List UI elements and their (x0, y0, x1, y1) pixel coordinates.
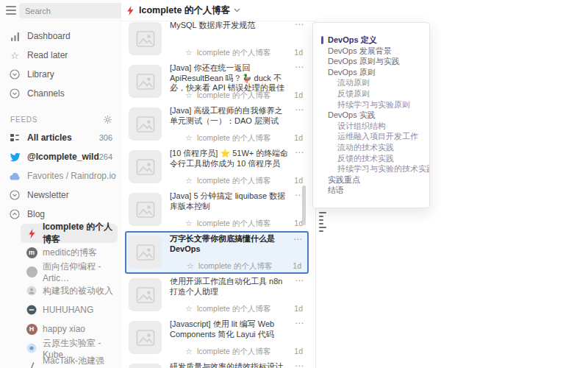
toc-item[interactable]: 持续学习与实验的技术实践 (313, 163, 429, 174)
article-list-item[interactable]: [Java] 5 分钟搞定 liquibase 数据库版本控制 ⋯ ☆lcomp… (125, 188, 309, 231)
star-icon[interactable]: ☆ (185, 304, 193, 313)
toc-item[interactable]: DevOps 定义 (313, 35, 429, 46)
list-header[interactable]: lcomplete 的个人博客 (121, 0, 316, 21)
sidebar-item-dashboard[interactable]: Dashboard (0, 26, 121, 46)
article-source: ☆lcomplete 的个人博客 (187, 261, 272, 272)
kubernetes-avatar (26, 342, 37, 354)
chevron-circle-up-icon (9, 208, 21, 220)
star-icon[interactable]: ☆ (185, 91, 193, 99)
hamburger-menu-icon[interactable] (6, 6, 16, 15)
article-list-item[interactable]: 研发质量与效率的绩效指标设计 ⋯ ☆lcomplete 的个人博客 1d (125, 359, 309, 368)
article-outline-indicator[interactable] (319, 212, 326, 234)
feed-item-newsletter[interactable]: Newsletter (0, 185, 121, 205)
feed-item-huhuhang[interactable]: HUHUHANG (21, 300, 118, 319)
list-scrollbar-thumb[interactable] (302, 185, 306, 225)
article-age: 1d (294, 48, 303, 57)
star-icon[interactable]: ☆ (185, 48, 193, 57)
toc-item[interactable]: 运维融入项目开发工作 (313, 131, 429, 142)
article-title: [Java] 5 分钟搞定 liquibase 数据库版本控制 (170, 191, 290, 211)
article-title: 万字长文带你彻底搞懂什么是 DevOps (170, 234, 288, 254)
article-list-item[interactable]: MySQL 数据库开发规范 ⋯ ☆lcomplete 的个人博客 1d (125, 18, 309, 60)
sidebar-item-label: Read later (27, 50, 68, 60)
article-title: MySQL 数据库开发规范 (170, 21, 290, 31)
star-icon[interactable]: ☆ (185, 176, 193, 185)
article-title: [10 倍程序员] ⭐ 51W+ 的终端命令行工具助你成为 10 倍程序员 (170, 149, 290, 169)
star-icon[interactable]: ☆ (185, 347, 193, 355)
sidebar-item-label: Dashboard (27, 31, 71, 41)
gear-icon[interactable] (103, 115, 112, 124)
feed-unread-count: 264 (99, 152, 121, 161)
feed-label: All articles (27, 132, 72, 143)
article-title: [Javascript] 使用 lit 编写 Web Components 简化… (170, 319, 290, 339)
article-thumbnail (129, 236, 162, 269)
feed-item-lcomplete-blog[interactable]: lcomplete 的个人博客 (21, 224, 118, 243)
search-input[interactable] (19, 3, 128, 18)
toc-item[interactable]: 反馈原则 (313, 88, 429, 99)
feed-label: meditic的博客 (43, 247, 97, 259)
star-icon[interactable]: ☆ (185, 219, 193, 227)
article-age: 1d (294, 133, 303, 142)
feed-item-all-articles[interactable]: All articles 306 (0, 128, 121, 147)
feed-label: MacTalk-池建强的… (43, 355, 118, 368)
toc-item[interactable]: 流动原则 (313, 77, 429, 88)
article-source: ☆lcomplete 的个人博客 (185, 48, 270, 58)
feed-item-faith-programming[interactable]: 面向信仰编程 - Artic… (21, 262, 118, 281)
toc-item[interactable]: 流动的技术实践 (313, 142, 429, 153)
happy-xiao-avatar: H (26, 323, 37, 335)
article-source: ☆lcomplete 的个人博客 (185, 176, 270, 186)
article-list-item[interactable]: 万字长文带你彻底搞懂什么是 DevOps ⋯ ☆lcomplete 的个人博客 … (125, 231, 309, 274)
person-avatar (26, 285, 37, 297)
toc-item[interactable]: DevOps 原则 (313, 67, 429, 78)
lightning-icon (26, 227, 37, 239)
more-icon[interactable]: ⋯ (295, 147, 304, 158)
toc-item[interactable]: DevOps 原则与实践 (313, 56, 429, 67)
article-thumbnail (129, 107, 162, 141)
meditic-avatar: m (26, 247, 37, 258)
toc-item[interactable]: 结语 (313, 185, 429, 196)
toc-item[interactable]: 实践重点 (313, 174, 429, 185)
feed-item-twitter[interactable]: @lcomplete_wild (Twitt… 264 (0, 147, 121, 166)
sidebar-item-channels[interactable]: Channels (0, 84, 121, 103)
feed-label: 构建我的被动收入 (43, 285, 113, 297)
more-icon[interactable]: ⋯ (295, 318, 304, 328)
toc-item[interactable]: 持续学习与实验原则 (313, 99, 429, 110)
article-list: lcomplete 的个人博客 MySQL 数据库开发规范 ⋯ ☆lcomple… (121, 0, 316, 368)
article-thumbnail (129, 278, 162, 311)
more-icon[interactable]: ⋯ (293, 234, 303, 244)
more-icon[interactable]: ⋯ (295, 62, 304, 72)
feed-item-mactalk[interactable]: MacTalk-池建强的… (21, 358, 118, 368)
article-title: [Java] 高级工程师的自我修养之单元测试（一）：DAO 层测试 (170, 106, 290, 126)
feed-item-raindrop[interactable]: Favorites / Raindrop.io (0, 166, 121, 185)
article-source: ☆lcomplete 的个人博客 (185, 219, 270, 229)
article-thumbnail (129, 193, 162, 226)
toc-item[interactable]: DevOps 发展背景 (313, 46, 429, 57)
feed-label: 面向信仰编程 - Artic… (43, 261, 118, 283)
more-icon[interactable]: ⋯ (295, 275, 304, 286)
more-icon[interactable]: ⋯ (295, 105, 304, 115)
article-list-item[interactable]: 使用开源工作流自动化工具 n8n 打造个人助理 ⋯ ☆lcomplete 的个人… (125, 274, 309, 316)
toc-item[interactable]: 反馈的技术实践 (313, 153, 429, 164)
article-thumbnail (129, 364, 162, 368)
sidebar: Dashboard ☆ Read later Library Channels … (0, 0, 121, 368)
sidebar-item-label: Library (27, 69, 54, 79)
article-age: 1d (294, 91, 303, 99)
feed-item-happy-xiao[interactable]: H happy xiao (21, 319, 118, 339)
article-list-item[interactable]: [Javascript] 使用 lit 编写 Web Components 简化… (125, 316, 309, 359)
toc-item[interactable]: DevOps 实践 (313, 110, 429, 121)
sidebar-item-read-later[interactable]: ☆ Read later (0, 46, 121, 65)
toc-item[interactable]: 设计组织结构 (313, 121, 429, 132)
star-icon[interactable]: ☆ (185, 133, 193, 142)
lightning-icon (126, 6, 135, 15)
feed-item-passive-income[interactable]: 构建我的被动收入 (21, 281, 118, 300)
cloud-icon (9, 170, 21, 182)
article-list-item[interactable]: [Java] 你还在统一返回 ApiResultBean 吗？🦆 duck 不必… (125, 60, 309, 103)
twitter-icon (9, 151, 21, 163)
article-list-item[interactable]: [Java] 高级工程师的自我修养之单元测试（一）：DAO 层测试 ⋯ ☆lco… (125, 103, 309, 146)
sidebar-item-library[interactable]: Library (0, 65, 121, 84)
article-source: ☆lcomplete 的个人博客 (185, 347, 270, 357)
feeds-section-header: FEEDS (0, 110, 121, 128)
article-list-item[interactable]: [10 倍程序员] ⭐ 51W+ 的终端命令行工具助你成为 10 倍程序员 ⋯ … (125, 146, 309, 188)
more-icon[interactable]: ⋯ (295, 361, 304, 368)
star-icon[interactable]: ☆ (187, 261, 194, 270)
star-icon: ☆ (9, 49, 21, 61)
